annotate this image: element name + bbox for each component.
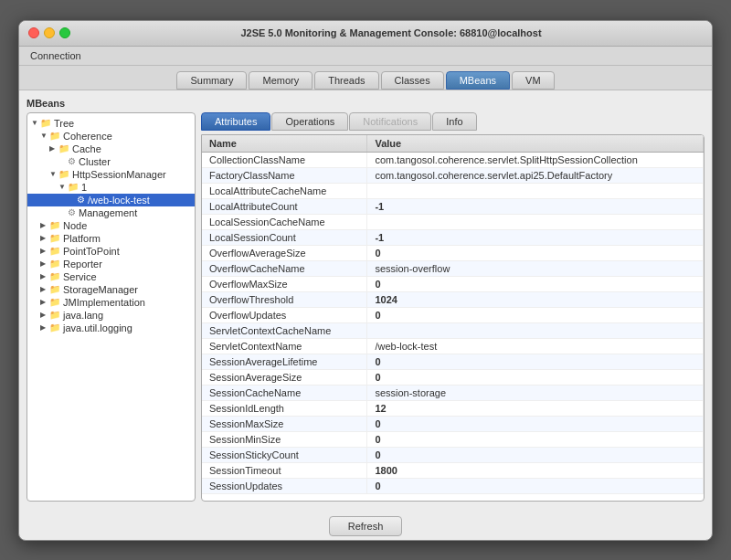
table-row[interactable]: OverflowAverageSize0 bbox=[202, 245, 704, 260]
table-row[interactable]: SessionCacheNamesession-storage bbox=[202, 385, 704, 400]
tab-memory[interactable]: Memory bbox=[249, 71, 313, 90]
tree-label: Platform bbox=[63, 233, 101, 244]
expand-icon: ▶ bbox=[49, 144, 58, 153]
table-row[interactable]: ServletContextCacheName bbox=[202, 322, 704, 338]
close-button[interactable] bbox=[28, 27, 39, 38]
expand-icon: ▼ bbox=[58, 183, 68, 191]
attr-name: OverflowCacheName bbox=[202, 260, 367, 276]
table-row[interactable]: OverflowCacheNamesession-overflow bbox=[202, 260, 704, 276]
table-row[interactable]: SessionAverageLifetime0 bbox=[202, 354, 704, 369]
attr-value: 0 bbox=[367, 245, 704, 260]
table-row[interactable]: ServletContextName/web-lock-test bbox=[202, 338, 704, 354]
table-row[interactable]: CollectionClassNamecom.tangosol.coherenc… bbox=[202, 152, 704, 167]
table-row[interactable]: SessionIdLength12 bbox=[202, 400, 704, 416]
attr-name: FactoryClassName bbox=[202, 167, 367, 183]
attr-value: session-overflow bbox=[367, 260, 704, 276]
tab-attributes[interactable]: Attributes bbox=[201, 112, 270, 131]
attr-name: OverflowThreshold bbox=[202, 291, 367, 307]
table-row[interactable]: SessionAverageSize0 bbox=[202, 369, 704, 385]
table-row[interactable]: SessionTimeout1800 bbox=[202, 462, 704, 478]
table-row[interactable]: OverflowMaxSize0 bbox=[202, 276, 704, 291]
tab-threads[interactable]: Threads bbox=[314, 71, 378, 90]
maximize-button[interactable] bbox=[59, 27, 70, 38]
attr-value: com.tangosol.coherence.servlet.api25.Def… bbox=[367, 167, 704, 183]
expand-icon: ▶ bbox=[40, 259, 49, 268]
table-row[interactable]: LocalAttributeCacheName bbox=[202, 183, 704, 198]
tree-item-jmimplementation[interactable]: ▶ 📁 JMImplementation bbox=[27, 296, 195, 309]
folder-icon: 📁 bbox=[40, 118, 51, 128]
table-row[interactable]: LocalSessionCount-1 bbox=[202, 229, 704, 245]
tree-item-cluster[interactable]: ⚙ Cluster bbox=[27, 155, 195, 168]
tree-item-management[interactable]: ⚙ Management bbox=[27, 206, 195, 219]
attr-name: SessionCacheName bbox=[202, 385, 367, 400]
tree-item-javautillogging[interactable]: ▶ 📁 java.util.logging bbox=[27, 322, 195, 334]
tree-item-httpsessionmanager[interactable]: ▼ 📁 HttpSessionManager bbox=[27, 168, 195, 181]
expand-icon: ▶ bbox=[40, 323, 49, 332]
tab-summary[interactable]: Summary bbox=[176, 71, 247, 90]
tree-label: Reporter bbox=[63, 259, 102, 269]
attributes-table[interactable]: Name Value CollectionClassNamecom.tangos… bbox=[201, 134, 705, 502]
attr-value: /web-lock-test bbox=[367, 338, 704, 354]
tab-mbeans[interactable]: MBeans bbox=[446, 71, 510, 90]
tree-label: PointToPoint bbox=[63, 246, 120, 257]
attr-name: LocalSessionCacheName bbox=[202, 214, 367, 229]
table-row[interactable]: FactoryClassNamecom.tangosol.coherence.s… bbox=[202, 167, 704, 183]
tree-panel[interactable]: ▼ 📁 Tree ▼ 📁 Coherence ▶ 📁 Cache bbox=[26, 112, 196, 502]
tree-root-label: Tree bbox=[54, 118, 74, 129]
tree-root[interactable]: ▼ 📁 Tree bbox=[27, 117, 195, 130]
tree-item-node[interactable]: ▶ 📁 Node bbox=[27, 219, 195, 232]
tab-info[interactable]: Info bbox=[432, 112, 476, 131]
tree-item-storagemanager[interactable]: ▶ 📁 StorageManager bbox=[27, 283, 195, 296]
table-row[interactable]: LocalAttributeCount-1 bbox=[202, 198, 704, 214]
tree-item-cache[interactable]: ▶ 📁 Cache bbox=[27, 143, 195, 155]
attr-name: SessionAverageSize bbox=[202, 369, 367, 385]
tree-item-coherence[interactable]: ▼ 📁 Coherence bbox=[27, 130, 195, 143]
attr-value: 0 bbox=[367, 447, 704, 462]
tree-item-javalang[interactable]: ▶ 📁 java.lang bbox=[27, 309, 195, 322]
attr-value: session-storage bbox=[367, 385, 704, 400]
tree-item-platform[interactable]: ▶ 📁 Platform bbox=[27, 232, 195, 245]
top-tabs: Summary Memory Threads Classes MBeans VM bbox=[19, 66, 712, 90]
folder-icon: 📁 bbox=[49, 259, 60, 269]
attr-name: OverflowMaxSize bbox=[202, 276, 367, 291]
table-row[interactable]: SessionUpdates0 bbox=[202, 478, 704, 493]
attr-name: ServletContextName bbox=[202, 338, 367, 354]
folder-icon: 📁 bbox=[58, 169, 69, 179]
table-row[interactable]: OverflowThreshold1024 bbox=[202, 291, 704, 307]
attr-value bbox=[367, 183, 704, 198]
tree-item-service[interactable]: ▶ 📁 Service bbox=[27, 270, 195, 283]
tree-item-reporter[interactable]: ▶ 📁 Reporter bbox=[27, 258, 195, 270]
attr-name: CollectionClassName bbox=[202, 152, 367, 167]
table-row[interactable]: SessionMaxSize0 bbox=[202, 416, 704, 431]
table-row[interactable]: OverflowUpdates0 bbox=[202, 307, 704, 322]
gear-icon: ⚙ bbox=[77, 195, 85, 205]
tree-item-web-lock-test[interactable]: ⚙ /web-lock-test bbox=[27, 194, 195, 206]
folder-icon: 📁 bbox=[49, 131, 60, 141]
refresh-button[interactable]: Refresh bbox=[329, 516, 403, 536]
tab-operations[interactable]: Operations bbox=[271, 112, 348, 131]
tab-classes[interactable]: Classes bbox=[381, 71, 444, 90]
col-header-name: Name bbox=[202, 135, 367, 153]
gear-icon: ⚙ bbox=[68, 156, 76, 166]
minimize-button[interactable] bbox=[44, 27, 55, 38]
table-row[interactable]: SessionStickyCount0 bbox=[202, 447, 704, 462]
tree-label: StorageManager bbox=[63, 284, 138, 295]
tree-item-node1[interactable]: ▼ 📁 1 bbox=[27, 181, 195, 194]
attr-name: LocalAttributeCacheName bbox=[202, 183, 367, 198]
table-row[interactable]: LocalSessionCacheName bbox=[202, 214, 704, 229]
gear-icon: ⚙ bbox=[68, 207, 76, 217]
attr-value: 0 bbox=[367, 369, 704, 385]
mbeans-label: MBeans bbox=[26, 98, 705, 109]
folder-icon: 📁 bbox=[49, 322, 60, 333]
attr-value: -1 bbox=[367, 198, 704, 214]
tree-label: JMImplementation bbox=[63, 297, 145, 308]
col-header-value: Value bbox=[367, 135, 704, 153]
expand-icon: ▶ bbox=[40, 272, 49, 280]
tree-label: Coherence bbox=[63, 131, 112, 142]
tree-item-pointtopoint[interactable]: ▶ 📁 PointToPoint bbox=[27, 245, 195, 258]
attr-value: 0 bbox=[367, 416, 704, 431]
table-row[interactable]: SessionMinSize0 bbox=[202, 431, 704, 447]
tab-vm[interactable]: VM bbox=[512, 71, 555, 90]
connection-label: Connection bbox=[30, 50, 81, 61]
attr-value: 0 bbox=[367, 307, 704, 322]
